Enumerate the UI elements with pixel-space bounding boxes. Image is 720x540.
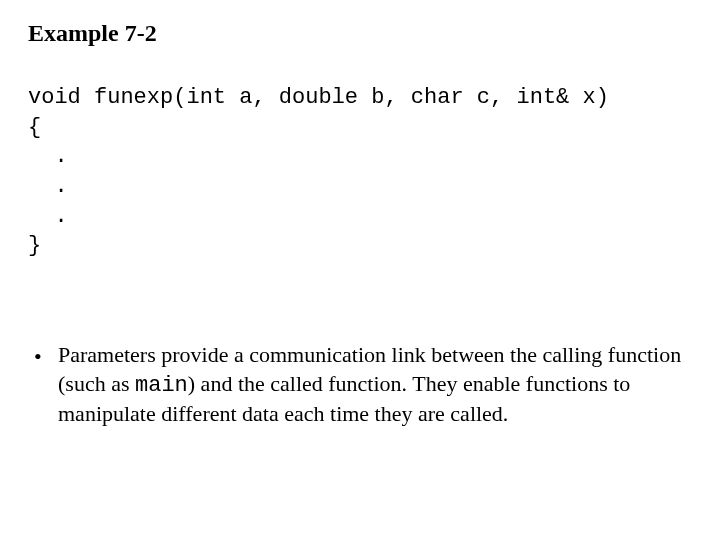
bullet-item: • Parameters provide a communication lin… bbox=[28, 341, 692, 429]
slide-page: Example 7-2 void funexp(int a, double b,… bbox=[0, 0, 720, 540]
code-line: . bbox=[28, 174, 68, 199]
code-line: . bbox=[28, 204, 68, 229]
slide-title: Example 7-2 bbox=[28, 20, 692, 47]
code-line: . bbox=[28, 144, 68, 169]
bullet-text: Parameters provide a communication link … bbox=[58, 341, 682, 429]
code-line: } bbox=[28, 233, 41, 258]
code-block: void funexp(int a, double b, char c, int… bbox=[28, 83, 692, 261]
code-line: void funexp(int a, double b, char c, int… bbox=[28, 85, 609, 110]
code-line: { bbox=[28, 115, 41, 140]
inline-code-main: main bbox=[135, 373, 188, 398]
bullet-marker: • bbox=[34, 341, 58, 372]
